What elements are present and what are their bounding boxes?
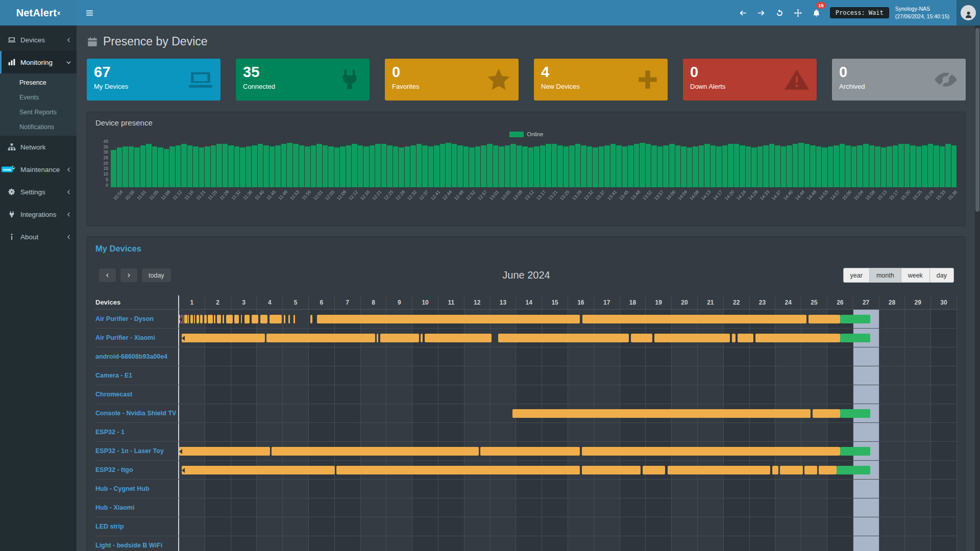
device-link[interactable]: Camera - E1: [95, 366, 178, 385]
device-link[interactable]: Chromecast: [95, 385, 178, 404]
view-button-year[interactable]: year: [843, 268, 870, 283]
presence-event-bar[interactable]: [310, 315, 312, 323]
presence-event-bar[interactable]: [643, 466, 666, 474]
infobox-my-devices[interactable]: 67My Devices: [87, 59, 220, 101]
presence-event-bar[interactable]: [654, 334, 730, 342]
sidebar-item-devices[interactable]: Devices: [0, 29, 77, 51]
presence-event-bar[interactable]: [780, 466, 803, 474]
presence-event-bar[interactable]: [668, 466, 771, 474]
app-logo[interactable]: NetAlertx: [0, 0, 77, 26]
presence-event-bar[interactable]: [190, 315, 193, 323]
nav-forward-button[interactable]: [752, 0, 771, 26]
infobox-down-alerts[interactable]: 0Down Alerts: [683, 59, 817, 101]
device-link[interactable]: ESP32 - 1: [95, 423, 178, 441]
sidebar-item-network[interactable]: Network: [0, 136, 77, 158]
device-link[interactable]: Air Purifier - Xiaomi: [95, 329, 178, 347]
presence-event-bar[interactable]: [182, 466, 335, 474]
device-link[interactable]: Air Purifier - Dyson: [95, 310, 178, 328]
presence-event-bar[interactable]: [284, 315, 285, 323]
sidebar-subitem-notifications[interactable]: Notifications: [0, 119, 77, 134]
presence-event-bar[interactable]: [582, 447, 840, 456]
presence-event-bar[interactable]: [200, 315, 203, 323]
device-link[interactable]: Console - Nvidia Shield TV: [95, 404, 178, 422]
presence-event-bar[interactable]: [288, 315, 290, 323]
notifications-button[interactable]: 15: [807, 0, 826, 26]
sidebar-item-settings[interactable]: Settings: [0, 181, 77, 203]
presence-event-bar[interactable]: [183, 315, 184, 323]
infobox-favorites[interactable]: 0Favorites: [385, 59, 519, 101]
presence-event-bar[interactable]: [421, 334, 422, 342]
presence-event-bar[interactable]: [270, 315, 282, 323]
presence-event-bar[interactable]: [226, 315, 233, 323]
presence-event-bar[interactable]: [260, 315, 267, 323]
sidebar-subitem-sent-reports[interactable]: Sent Reports: [0, 105, 77, 119]
presence-event-bar[interactable]: [204, 315, 207, 323]
device-link[interactable]: Light - bedside B WiFi: [95, 536, 178, 551]
presence-event-bar[interactable]: [336, 466, 580, 474]
refresh-button[interactable]: [771, 0, 789, 26]
presence-event-bar[interactable]: [804, 466, 817, 474]
presence-event-bar[interactable]: [755, 334, 841, 342]
presence-event-bar[interactable]: [272, 447, 478, 456]
presence-event-bar[interactable]: [837, 466, 870, 474]
nav-back-button[interactable]: [734, 0, 752, 26]
presence-event-bar[interactable]: [244, 315, 250, 323]
presence-event-bar[interactable]: [184, 315, 187, 323]
sidebar-subitem-events[interactable]: Events: [0, 90, 77, 105]
move-button[interactable]: [789, 0, 807, 26]
sidebar-toggle-button[interactable]: [77, 0, 103, 26]
presence-event-bar[interactable]: [840, 447, 870, 456]
sidebar-item-about[interactable]: About: [0, 226, 77, 248]
presence-event-bar[interactable]: [188, 315, 189, 323]
process-status[interactable]: Process: Wait: [830, 7, 889, 18]
device-link[interactable]: ESP32 - 1n - Laser Toy: [95, 442, 178, 460]
presence-event-bar[interactable]: [631, 334, 652, 342]
infobox-new-devices[interactable]: 4New Devices: [534, 59, 668, 101]
presence-event-bar[interactable]: [380, 334, 419, 342]
sidebar-item-monitoring[interactable]: Monitoring: [0, 51, 77, 73]
presence-event-bar[interactable]: [813, 409, 840, 418]
device-link[interactable]: android-68608b93a00e4: [95, 347, 178, 366]
presence-event-bar[interactable]: [377, 334, 378, 342]
presence-event-bar[interactable]: [582, 315, 806, 323]
sidebar-subitem-presence[interactable]: Presence: [0, 75, 77, 90]
device-link[interactable]: LED strip: [95, 517, 178, 536]
device-link[interactable]: Hub - Xiaomi: [95, 498, 178, 517]
presence-event-bar[interactable]: [317, 315, 580, 323]
presence-event-bar[interactable]: [234, 315, 239, 323]
presence-event-bar[interactable]: [819, 466, 837, 474]
presence-event-bar[interactable]: [182, 334, 265, 342]
infobox-archived[interactable]: 0Archived: [832, 59, 966, 101]
presence-event-bar[interactable]: [840, 334, 870, 342]
presence-event-bar[interactable]: [738, 334, 753, 342]
presence-event-bar[interactable]: [252, 315, 259, 323]
view-button-week[interactable]: week: [901, 268, 930, 283]
presence-event-bar[interactable]: [512, 409, 811, 418]
presence-event-bar[interactable]: [266, 334, 375, 342]
view-button-day[interactable]: day: [929, 268, 954, 283]
device-link[interactable]: ESP32 - ttgo: [95, 461, 178, 479]
presence-event-bar[interactable]: [840, 409, 870, 418]
presence-event-bar[interactable]: [840, 315, 870, 323]
presence-event-bar[interactable]: [217, 315, 221, 323]
user-menu-button[interactable]: [957, 0, 980, 26]
presence-event-bar[interactable]: [498, 334, 629, 342]
presence-event-bar[interactable]: [293, 315, 295, 323]
presence-event-bar[interactable]: [582, 466, 641, 474]
presence-event-bar[interactable]: [208, 315, 212, 323]
presence-event-bar[interactable]: [480, 447, 580, 456]
presence-event-bar[interactable]: [214, 315, 215, 323]
presence-event-bar[interactable]: [179, 447, 270, 456]
presence-event-bar[interactable]: [808, 315, 840, 323]
device-link[interactable]: Hub - Cygnet Hub: [95, 480, 178, 498]
presence-event-bar[interactable]: [425, 334, 492, 342]
presence-event-bar[interactable]: [223, 315, 224, 323]
view-button-month[interactable]: month: [869, 268, 901, 283]
infobox-connected[interactable]: 35Connected: [236, 59, 370, 101]
presence-event-bar[interactable]: [194, 315, 195, 323]
sidebar-item-integrations[interactable]: Integrations: [0, 203, 77, 226]
presence-event-bar[interactable]: [197, 315, 199, 323]
presence-event-bar[interactable]: [732, 334, 736, 342]
sidebar-item-maintenance[interactable]: Maintenancenew: [0, 158, 77, 181]
scrollbar-thumb[interactable]: [975, 28, 979, 212]
